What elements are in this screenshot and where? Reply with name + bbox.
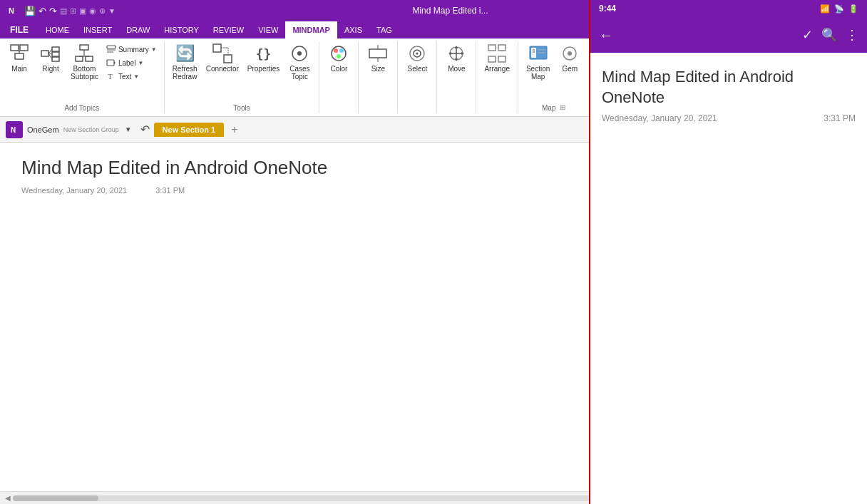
summary-dropdown[interactable]: ▼ — [151, 46, 157, 53]
svg-rect-47 — [488, 56, 496, 62]
gem-button[interactable]: Gem — [555, 41, 585, 75]
svg-point-31 — [337, 54, 341, 58]
svg-rect-12 — [76, 56, 83, 61]
right-icon — [41, 43, 61, 63]
svg-point-30 — [339, 48, 344, 53]
properties-button[interactable]: {} Properties — [244, 41, 284, 75]
section-group-label: OneGem — [27, 125, 59, 134]
svg-rect-48 — [498, 56, 506, 62]
scroll-thumb[interactable] — [13, 495, 98, 501]
arrange-group-label — [476, 110, 518, 112]
tab-insert[interactable]: INSERT — [76, 21, 119, 38]
bottom-subtopic-button[interactable]: BottomSubtopic — [67, 41, 102, 83]
main-button[interactable]: Main — [4, 41, 34, 75]
summary-button[interactable]: Summary ▼ — [103, 43, 160, 56]
size-button[interactable]: Size — [363, 41, 393, 75]
tab-home[interactable]: HOME — [39, 21, 76, 38]
connector-label: Connector — [206, 65, 239, 73]
arrange-group: Arrange — [476, 41, 518, 113]
summary-label: Summary — [118, 46, 149, 53]
scroll-left-btn[interactable]: ◀ — [3, 494, 13, 502]
move-group-label — [437, 110, 476, 112]
svg-rect-7 — [52, 57, 59, 61]
select-button[interactable]: Select — [402, 41, 432, 75]
toolbar-icon-8: ⊕ — [99, 6, 106, 16]
tools-label: Tools — [165, 103, 319, 112]
move-button[interactable]: Move — [441, 41, 471, 75]
select-group-label — [398, 110, 436, 112]
color-button[interactable]: Color — [324, 41, 354, 75]
move-inner: Move — [441, 41, 471, 113]
size-group-label — [359, 110, 397, 112]
svg-point-27 — [297, 51, 302, 56]
nav-back-btn[interactable]: ↶ — [140, 123, 150, 136]
select-icon — [407, 43, 427, 63]
color-group-label — [319, 110, 358, 112]
android-panel: 9:44 📶 📡 🔋 ← ✓ 🔍 ⋮ Mind Map Edited in An… — [589, 0, 867, 504]
refresh-redraw-button[interactable]: 🔄 RefreshRedraw — [169, 41, 201, 83]
tab-history[interactable]: HISTORY — [157, 21, 206, 38]
add-section-btn[interactable]: + — [231, 123, 237, 136]
android-menu-btn[interactable]: ⋮ — [846, 27, 858, 43]
map-expand[interactable]: ⊞ — [560, 103, 565, 111]
arrange-label: Arrange — [484, 65, 510, 73]
save-icon[interactable]: 💾 — [24, 6, 36, 16]
toolbar-icon-7: ◉ — [89, 6, 96, 16]
connector-button[interactable]: Connector — [202, 41, 242, 75]
refresh-icon: 🔄 — [175, 43, 195, 63]
redo-icon[interactable]: ↷ — [49, 6, 57, 16]
svg-rect-16 — [107, 46, 116, 48]
properties-icon: {} — [254, 43, 274, 63]
file-tab[interactable]: FILE — [0, 21, 39, 38]
select-label: Select — [407, 65, 427, 73]
add-topics-group: Main Right BottomSubtopic Summary ▼ — [0, 41, 165, 113]
cases-icon — [289, 43, 309, 63]
gem-icon — [560, 43, 580, 63]
right-button[interactable]: Right — [36, 41, 66, 75]
svg-point-56 — [568, 51, 572, 56]
tab-mindmap[interactable]: MINDMAP — [285, 21, 337, 38]
tab-review[interactable]: REVIEW — [206, 21, 251, 38]
app-logo: N — [6, 121, 23, 138]
android-search-btn[interactable]: 🔍 — [821, 27, 837, 43]
active-section-tab[interactable]: New Section 1 — [154, 123, 225, 137]
tab-axis[interactable]: AXIS — [337, 21, 369, 38]
svg-marker-20 — [114, 61, 116, 64]
svg-rect-45 — [488, 45, 496, 51]
svg-rect-11 — [80, 45, 88, 50]
color-icon — [329, 43, 349, 63]
svg-rect-23 — [224, 55, 232, 63]
svg-rect-50 — [531, 48, 536, 58]
svg-rect-4 — [41, 51, 48, 56]
properties-label: Properties — [247, 65, 280, 73]
svg-rect-32 — [369, 49, 386, 58]
tab-view[interactable]: VIEW — [251, 21, 285, 38]
label-dropdown[interactable]: ▼ — [138, 60, 143, 66]
svg-rect-2 — [15, 53, 24, 59]
text-button[interactable]: T Text ▼ — [103, 70, 160, 83]
tab-draw[interactable]: DRAW — [119, 21, 157, 38]
app-icon: N — [6, 5, 17, 16]
tools-group: 🔄 RefreshRedraw Connector {} Properties … — [165, 41, 320, 113]
arrange-button[interactable]: Arrange — [481, 41, 513, 75]
connector-icon — [212, 43, 232, 63]
section-group-sub: New Section Group — [63, 126, 119, 133]
right-label: Right — [42, 65, 58, 73]
text-dropdown[interactable]: ▼ — [133, 73, 139, 80]
android-battery-icon: 🔋 — [848, 4, 858, 14]
undo-icon[interactable]: ↶ — [39, 6, 46, 16]
svg-rect-6 — [52, 52, 59, 56]
android-content: Mind Map Edited in Android OneNote Wedne… — [590, 53, 867, 504]
android-back-btn[interactable]: ← — [599, 27, 613, 43]
svg-point-29 — [334, 48, 338, 53]
cases-topic-button[interactable]: CasesTopic — [284, 41, 314, 83]
label-button[interactable]: Label ▼ — [103, 56, 160, 69]
section-map-button[interactable]: SectionMap — [523, 41, 553, 83]
note-date: Wednesday, January 20, 2021 — [21, 186, 127, 195]
android-check-btn[interactable]: ✓ — [802, 27, 813, 43]
color-label: Color — [330, 65, 347, 73]
section-dropdown-icon[interactable]: ▼ — [125, 125, 132, 133]
bottom-subtopic-icon — [74, 43, 94, 63]
toolbar-dropdown[interactable]: ▼ — [108, 7, 116, 15]
tab-tag[interactable]: TAG — [369, 21, 399, 38]
